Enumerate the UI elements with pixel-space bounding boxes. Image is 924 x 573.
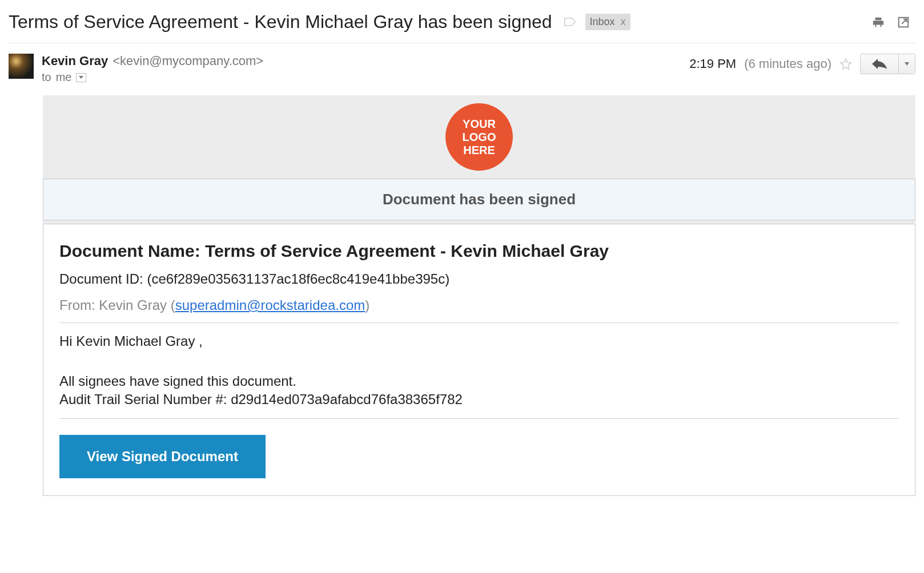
document-name-label: Document Name: <box>59 241 200 260</box>
reply-button-group <box>860 54 915 74</box>
label-icon[interactable] <box>564 17 576 27</box>
audit-value: d29d14ed073a9afabcd76fa38365f782 <box>231 392 463 407</box>
logo-placeholder: YOUR LOGO HERE <box>445 103 513 171</box>
to-recipient: me <box>56 71 72 84</box>
signed-text: All signees have signed this document. <box>59 373 296 389</box>
message-header: Kevin Gray <kevin@mycompany.com> to me 2… <box>9 43 915 84</box>
document-name-value: Terms of Service Agreement - Kevin Micha… <box>205 241 609 260</box>
show-details-dropdown[interactable] <box>76 73 86 82</box>
from-email-link[interactable]: superadmin@rockstaridea.com <box>175 297 365 313</box>
logo-line1: YOUR <box>463 118 496 130</box>
logo-area: YOUR LOGO HERE <box>43 95 915 179</box>
inbox-label-text: Inbox <box>590 16 615 28</box>
sender-email: <kevin@mycompany.com> <box>113 54 263 68</box>
logo-line2: LOGO <box>463 131 496 143</box>
signed-banner: Document has been signed <box>43 179 915 220</box>
sender-avatar[interactable] <box>9 54 34 79</box>
star-icon[interactable] <box>839 58 852 70</box>
more-actions-dropdown[interactable] <box>898 54 915 74</box>
document-id-label: Document ID: <box>59 271 143 286</box>
email-body: YOUR LOGO HERE Document has been signed … <box>43 95 915 496</box>
to-prefix: to <box>42 71 51 84</box>
greeting: Hi Kevin Michael Gray , <box>59 333 899 349</box>
view-signed-document-button[interactable]: View Signed Document <box>59 435 266 478</box>
print-icon[interactable] <box>872 16 885 29</box>
document-id-value: (ce6f289e035631137ac18f6ec8c419e41bbe395… <box>147 271 449 286</box>
divider <box>59 322 899 323</box>
from-row: From: Kevin Gray (superadmin@rockstaride… <box>59 297 899 313</box>
document-box: Document Name: Terms of Service Agreemen… <box>43 224 915 496</box>
open-new-window-icon[interactable] <box>897 16 910 29</box>
from-name: Kevin Gray <box>99 297 167 313</box>
from-label: From: <box>59 297 95 313</box>
email-subject: Terms of Service Agreement - Kevin Micha… <box>9 11 552 33</box>
logo-line3: HERE <box>463 144 495 156</box>
reply-button[interactable] <box>861 54 898 74</box>
message-time-ago: (6 minutes ago) <box>744 57 831 71</box>
sender-name[interactable]: Kevin Gray <box>42 54 108 68</box>
remove-label-icon[interactable]: x <box>621 16 626 28</box>
document-id-row: Document ID: (ce6f289e035631137ac18f6ec8… <box>59 271 899 287</box>
body-text: All signees have signed this document. A… <box>59 372 899 409</box>
audit-label: Audit Trail Serial Number #: <box>59 392 227 407</box>
document-name-row: Document Name: Terms of Service Agreemen… <box>59 241 899 261</box>
message-time: 2:19 PM <box>689 57 736 71</box>
inbox-label-badge[interactable]: Inbox x <box>585 14 630 30</box>
subject-row: Terms of Service Agreement - Kevin Micha… <box>9 11 915 43</box>
divider <box>59 418 899 419</box>
